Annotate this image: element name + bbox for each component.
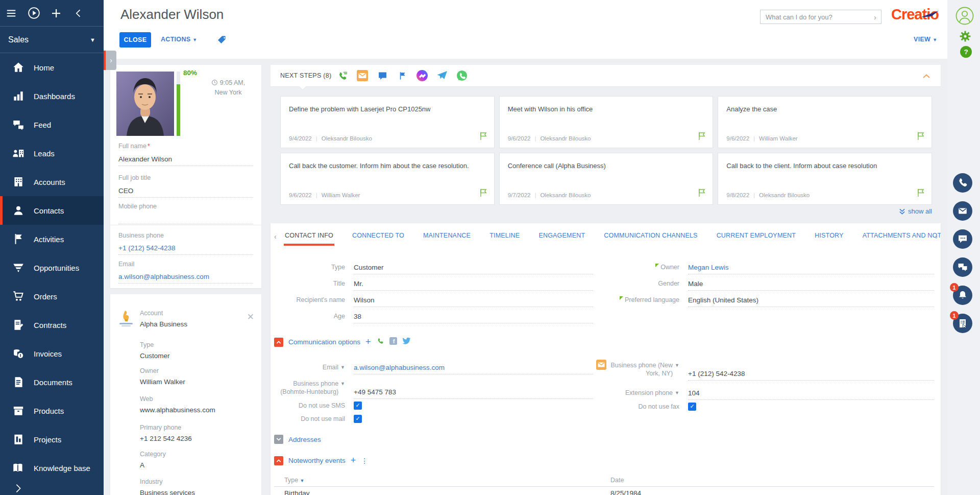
email-badge-icon[interactable] — [596, 360, 606, 372]
flag-icon[interactable] — [480, 188, 487, 199]
collapse-icon[interactable] — [274, 338, 283, 347]
collapse-sidebar-icon[interactable] — [67, 3, 90, 23]
section-title[interactable]: Addresses — [288, 436, 321, 443]
section-title[interactable]: Noteworthy events — [288, 457, 346, 464]
search-submit-icon[interactable]: › — [869, 13, 881, 21]
twitter-icon[interactable] — [402, 337, 411, 347]
checkbox-do-not-use-mail[interactable]: ✓ — [354, 415, 362, 423]
add-icon[interactable]: + — [351, 455, 356, 466]
field-value-full-name[interactable]: Alexander Wilson — [118, 155, 253, 166]
flag-icon[interactable] — [698, 188, 706, 199]
chat-icon[interactable] — [377, 70, 388, 81]
tab-history[interactable]: HISTORY — [814, 230, 845, 244]
collapse-icon[interactable] — [274, 456, 283, 465]
field-value-owner[interactable]: William Walker — [140, 378, 185, 386]
messenger-icon[interactable] — [416, 70, 428, 81]
section-title[interactable]: Communication options — [288, 338, 360, 346]
tab-attachments-and-notes[interactable]: ATTACHMENTS AND NOTES — [862, 230, 941, 244]
call-icon[interactable] — [376, 337, 384, 347]
calls-icon[interactable] — [953, 173, 972, 193]
checkbox-do-not-use-fax[interactable]: ✓ — [688, 403, 696, 411]
tab-contact-info[interactable]: CONTACT INFO — [284, 230, 334, 246]
activity-card[interactable]: Call back the customer. Inform him about… — [280, 153, 495, 205]
sidebar-item-contracts[interactable]: Contracts — [0, 311, 104, 339]
checkbox-do-not-use-sms[interactable]: ✓ — [354, 402, 362, 410]
sidebar-item-documents[interactable]: Documents — [0, 368, 104, 396]
field-value-owner[interactable]: Megan Lewis — [688, 264, 729, 271]
notifications-bell-icon[interactable]: 1 — [953, 286, 972, 305]
sidebar-item-feed[interactable]: Feed — [0, 110, 104, 139]
sidebar-item-contacts[interactable]: Contacts — [0, 196, 104, 225]
tab-maintenance[interactable]: MAINTENANCE — [422, 230, 472, 244]
field-value-business-phone[interactable]: +1 (212) 542-4238 — [118, 244, 253, 255]
tab-communication-channels[interactable]: COMMUNICATION CHANNELS — [603, 230, 698, 244]
close-icon[interactable]: ✕ — [247, 312, 254, 322]
add-icon[interactable]: + — [365, 337, 371, 347]
flag-icon[interactable] — [480, 132, 487, 143]
tab-engagement[interactable]: ENGAGEMENT — [537, 230, 586, 244]
search-input[interactable] — [761, 13, 869, 21]
field-value-extension-phone[interactable]: 104 — [688, 389, 700, 397]
chevron-down-icon[interactable]: ▼ — [340, 363, 345, 371]
chevron-down-icon[interactable]: ▼ — [675, 389, 679, 397]
field-value-web[interactable]: www.alphabusiness.com — [140, 406, 215, 414]
chevron-down-icon[interactable]: ▼ — [675, 361, 679, 369]
sidebar-item-opportunities[interactable]: Opportunities — [0, 253, 104, 282]
more-actions-icon[interactable]: ⋮ — [361, 457, 368, 465]
tags-icon[interactable] — [217, 35, 227, 46]
tabs-scroll-left-icon[interactable]: ‹ — [274, 231, 277, 241]
email-icon[interactable] — [953, 201, 972, 221]
activity-card[interactable]: Call back to the client. Inform about ca… — [718, 153, 932, 205]
sidebar-item-dashboards[interactable]: Dashboards — [0, 82, 104, 110]
field-value-email[interactable]: a.wilson@alphabusiness.com — [118, 273, 253, 284]
sidebar-item-products[interactable]: Products — [0, 396, 104, 425]
flag-icon[interactable] — [917, 188, 925, 199]
view-button[interactable]: VIEW▼ — [914, 36, 937, 43]
field-value-title[interactable]: Mr. — [354, 280, 363, 288]
field-value-type[interactable]: Customer — [354, 264, 384, 271]
sidebar-item-activities[interactable]: Activities — [0, 225, 104, 253]
field-value-business-phone-new-york-ny[interactable]: +1 (212) 542-4238 — [688, 370, 745, 378]
expand-icon[interactable] — [274, 435, 283, 444]
sidebar-item-orders[interactable]: Orders — [0, 282, 104, 311]
flag-icon[interactable] — [698, 132, 706, 143]
menu-icon[interactable] — [0, 3, 22, 23]
events-date-column-header[interactable]: Date — [610, 477, 624, 484]
tab-timeline[interactable]: TIMELINE — [488, 230, 521, 244]
sidebar-item-more[interactable] — [0, 482, 104, 494]
settings-gear-icon[interactable] — [959, 30, 972, 45]
contact-photo[interactable] — [116, 72, 174, 136]
field-value-business-phone-bohmte-hunteburg[interactable]: +49 5475 783 — [354, 388, 396, 396]
field-value-full-job-title[interactable]: CEO — [118, 187, 253, 198]
field-value-email[interactable]: a.wilson@alphabusiness.com — [354, 364, 445, 371]
run-process-icon[interactable] — [22, 3, 45, 23]
flag-icon[interactable] — [917, 132, 925, 143]
activity-card[interactable]: Define the problem with Laserjet Pro CP1… — [280, 96, 495, 148]
actions-button[interactable]: ACTIONS▼ — [161, 36, 198, 43]
field-value-preferred-language[interactable]: English (United States) — [688, 296, 758, 304]
sidebar-item-accounts[interactable]: Accounts — [0, 168, 104, 196]
expand-panel-handle[interactable]: › — [106, 51, 116, 70]
feed-icon[interactable] — [953, 257, 972, 277]
account-name-link[interactable]: Alpha Business — [140, 320, 187, 328]
field-value-recipient-s-name[interactable]: Wilson — [354, 296, 375, 304]
activity-card[interactable]: Conference call (Alpha Business) 9/7/202… — [499, 153, 714, 205]
telegram-icon[interactable] — [436, 70, 448, 81]
help-icon[interactable]: ? — [960, 46, 972, 60]
whatsapp-icon[interactable] — [456, 70, 468, 81]
sms-chat-icon[interactable] — [953, 229, 972, 249]
show-all-link[interactable]: show all — [837, 207, 932, 215]
field-value-age[interactable]: 38 — [354, 313, 361, 320]
email-icon[interactable] — [357, 70, 368, 81]
facebook-icon[interactable]: f — [389, 337, 397, 347]
tab-current-employment[interactable]: CURRENT EMPLOYMENT — [716, 230, 797, 244]
field-value-mobile-phone[interactable] — [118, 216, 253, 224]
user-profile-icon[interactable] — [955, 7, 974, 27]
flag-icon[interactable] — [397, 70, 408, 81]
chevron-down-icon[interactable]: ▼ — [340, 380, 345, 388]
events-type-column-header[interactable]: Type ▼ — [284, 477, 305, 484]
workspace-selector[interactable]: Sales ▼ — [0, 27, 104, 53]
call-icon[interactable] — [337, 70, 348, 81]
sidebar-item-projects[interactable]: Projects — [0, 425, 104, 454]
activity-card[interactable]: Meet with Wilson in his office 9/6/2022|… — [499, 96, 714, 148]
